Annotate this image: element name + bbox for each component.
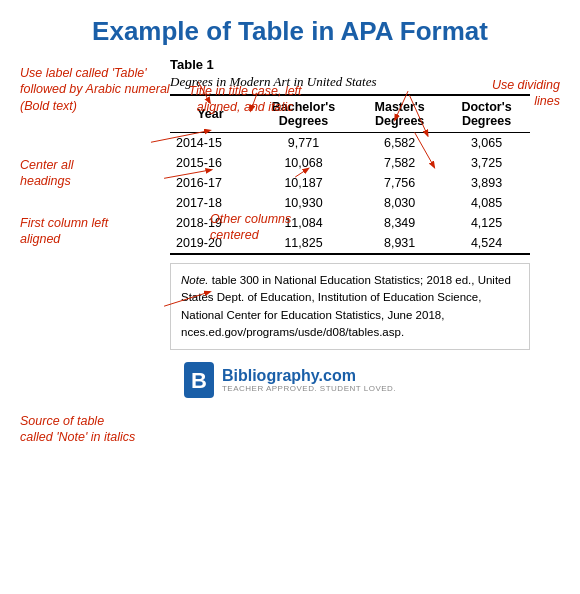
annotation-source-note: Source of table called 'Note' in italics xyxy=(20,413,140,446)
bibliography-tagline: TEACHER APPROVED. STUDENT LOVED. xyxy=(222,385,396,394)
bibliography-logo: B Bibliography.com TEACHER APPROVED. STU… xyxy=(30,362,550,398)
table-cell: 4,524 xyxy=(443,233,530,254)
col-header-masters: Master'sDegrees xyxy=(356,95,443,133)
annotation-table-label: Use label called 'Table' followed by Ara… xyxy=(20,65,170,114)
bibliography-name: Bibliography.com xyxy=(222,367,396,385)
annotation-dividing-lines: Use dividing lines xyxy=(480,77,560,110)
table-cell: 3,725 xyxy=(443,153,530,173)
note-label: Note. xyxy=(181,274,212,286)
annotation-first-col: First column left aligned xyxy=(20,215,125,248)
table-row: 2014-159,7716,5823,065 xyxy=(170,133,530,154)
note-text: table 300 in National Education Statisti… xyxy=(181,274,511,338)
table-label: Table 1 xyxy=(170,57,530,72)
bibliography-icon: B xyxy=(184,362,214,398)
table-cell: 3,893 xyxy=(443,173,530,193)
svg-text:B: B xyxy=(191,368,207,393)
table-cell: 6,582 xyxy=(356,133,443,154)
note-section: Note. table 300 in National Education St… xyxy=(170,263,530,350)
page-title: Example of Table in APA Format xyxy=(20,16,560,47)
annotation-other-cols: Other columns centered xyxy=(210,211,330,244)
table-cell: 2015-16 xyxy=(170,153,251,173)
table-cell: 10,930 xyxy=(251,193,356,213)
table-cell: 8,030 xyxy=(356,193,443,213)
table-cell: 10,068 xyxy=(251,153,356,173)
table-row: 2015-1610,0687,5823,725 xyxy=(170,153,530,173)
annotation-center-headings: Center all headings xyxy=(20,157,100,190)
table-cell: 8,349 xyxy=(356,213,443,233)
table-cell: 8,931 xyxy=(356,233,443,254)
page-wrapper: Example of Table in APA Format xyxy=(20,16,560,398)
table-cell: 10,187 xyxy=(251,173,356,193)
table-cell: 3,065 xyxy=(443,133,530,154)
content-area: Use label called 'Table' followed by Ara… xyxy=(20,57,560,398)
table-cell: 2017-18 xyxy=(170,193,251,213)
table-cell: 9,771 xyxy=(251,133,356,154)
table-cell: 7,582 xyxy=(356,153,443,173)
annotation-title-case: Title in title case, left aligned, and i… xyxy=(180,83,310,116)
table-cell: 4,085 xyxy=(443,193,530,213)
table-row: 2017-1810,9308,0304,085 xyxy=(170,193,530,213)
table-cell: 7,756 xyxy=(356,173,443,193)
table-cell: 2016-17 xyxy=(170,173,251,193)
table-row: 2016-1710,1877,7563,893 xyxy=(170,173,530,193)
table-cell: 4,125 xyxy=(443,213,530,233)
bibliography-text: Bibliography.com TEACHER APPROVED. STUDE… xyxy=(222,367,396,393)
table-cell: 2014-15 xyxy=(170,133,251,154)
